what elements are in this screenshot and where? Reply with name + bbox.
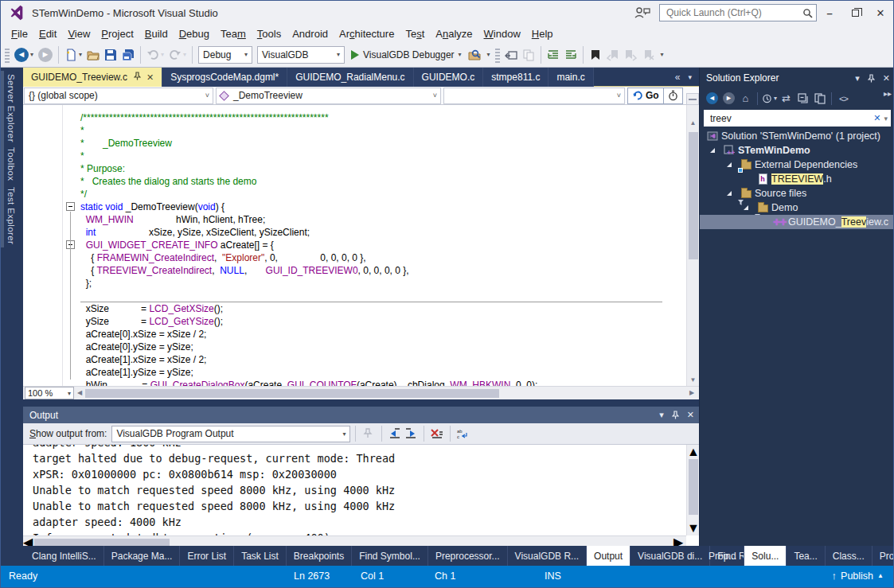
- quick-launch-input[interactable]: [665, 6, 802, 19]
- output-title-bar[interactable]: Output ▾ ✕: [23, 407, 699, 423]
- previous-bookmark-button[interactable]: [604, 45, 622, 64]
- output-vscroll-thumb[interactable]: [689, 459, 698, 515]
- menu-item-help[interactable]: Help: [526, 26, 559, 41]
- editor-vscroll-thumb[interactable]: [689, 132, 698, 259]
- solution-search-box[interactable]: ✕ ▾: [704, 110, 891, 127]
- panel-tab-prop-[interactable]: Prop...: [701, 546, 744, 566]
- next-bookmark-button[interactable]: [622, 45, 639, 64]
- bottom-tab-preprocessor-[interactable]: Preprocessor...: [428, 546, 508, 566]
- sync-with-active-document-button[interactable]: ⇄: [779, 92, 794, 106]
- editor-tab-stmpe811-c[interactable]: stmpe811.c: [483, 68, 549, 87]
- redo-button[interactable]: ▾: [166, 45, 189, 64]
- tab-scroll-left-icon[interactable]: «: [675, 72, 681, 83]
- tree-row[interactable]: Demo: [700, 201, 894, 215]
- solution-platform-combo[interactable]: VisualGDB▾: [257, 46, 345, 64]
- navigate-to-container-button[interactable]: [502, 45, 520, 64]
- tool-tab-test-explorer[interactable]: Test Explorer: [1, 184, 18, 247]
- status-line-number[interactable]: Ln 2673: [294, 570, 330, 582]
- tree-row[interactable]: ✚✚GUIDEMO_Treeview.c: [700, 215, 894, 229]
- restore-button[interactable]: [842, 1, 868, 25]
- editor-tab-guidemo-treeview-c[interactable]: GUIDEMO_Treeview.c✕: [23, 68, 162, 87]
- se-toolbar-overflow[interactable]: ▸▸: [884, 89, 892, 98]
- find-message-button[interactable]: [361, 426, 377, 442]
- menu-item-analyze[interactable]: Analyze: [430, 26, 478, 41]
- editor-tab-guidemo-c[interactable]: GUIDEMO.c: [414, 68, 484, 87]
- solution-explorer-title-bar[interactable]: Solution Explorer ▾ ✕: [700, 68, 894, 88]
- fold-collapse-icon[interactable]: [66, 202, 75, 211]
- symbol-search-input[interactable]: [448, 89, 607, 102]
- tree-row[interactable]: External Dependencies: [700, 158, 894, 172]
- tool-tab-server-explorer[interactable]: Server Explorer: [1, 71, 18, 146]
- bottom-tab-error-list[interactable]: Error List: [180, 546, 234, 566]
- menu-item-view[interactable]: View: [62, 26, 96, 41]
- navigate-forward-button[interactable]: ►: [36, 45, 55, 64]
- new-file-button[interactable]: ▾: [62, 45, 84, 64]
- find-in-files-button[interactable]: [466, 45, 483, 64]
- menu-item-team[interactable]: Team: [215, 26, 252, 41]
- tree-row[interactable]: hTREEVIEW.h: [700, 172, 894, 186]
- open-file-button[interactable]: [84, 45, 102, 64]
- close-icon[interactable]: ✕: [146, 72, 154, 83]
- scroll-right-arrow[interactable]: ▶: [686, 387, 697, 399]
- solution-configuration-combo[interactable]: Debug▾: [198, 46, 252, 64]
- scroll-down-arrow[interactable]: ▼: [687, 521, 700, 535]
- menu-item-tools[interactable]: Tools: [252, 26, 287, 41]
- clear-all-button[interactable]: [429, 426, 445, 442]
- se-forward-button[interactable]: ►: [721, 92, 736, 106]
- pending-changes-filter-button[interactable]: ▾: [762, 92, 777, 106]
- close-button[interactable]: ✕: [868, 1, 893, 25]
- toolbar-grip[interactable]: [5, 47, 10, 63]
- tab-list-dropdown-icon[interactable]: ▾: [688, 73, 692, 81]
- editor-hscroll-thumb[interactable]: [85, 389, 499, 398]
- tool-tab-toolbox[interactable]: Toolbox: [1, 144, 18, 184]
- window-position-icon[interactable]: ▾: [855, 73, 860, 84]
- show-all-files-button[interactable]: [812, 92, 827, 106]
- menu-item-architecture[interactable]: Architecture: [334, 26, 400, 41]
- indent-decrease-button[interactable]: [545, 45, 562, 64]
- editor-zoom-combo[interactable]: 100 %▾: [25, 387, 74, 399]
- minimize-button[interactable]: –: [817, 1, 842, 25]
- toolbar-overflow-button-2[interactable]: ▾: [657, 45, 666, 64]
- clear-search-icon[interactable]: ✕: [873, 113, 880, 123]
- menu-item-project[interactable]: Project: [96, 26, 139, 41]
- menu-item-debug[interactable]: Debug: [174, 26, 215, 41]
- next-message-button[interactable]: [403, 426, 419, 442]
- bottom-tab-task-list[interactable]: Task List: [234, 546, 287, 566]
- pin-icon[interactable]: [672, 411, 679, 419]
- start-debugging-button[interactable]: VisualGDB Debugger ▾: [347, 49, 466, 60]
- tree-expander-icon[interactable]: [727, 162, 732, 167]
- view-code-button[interactable]: <>: [836, 92, 851, 106]
- status-column[interactable]: Col 1: [361, 570, 384, 582]
- toolbar-overflow-button[interactable]: ▾: [483, 45, 493, 64]
- scroll-up-arrow[interactable]: ▲: [687, 118, 699, 129]
- editor-splitter-grip[interactable]: [686, 93, 699, 105]
- member-combo[interactable]: _DemoTreeview˅: [216, 88, 441, 104]
- output-vertical-scrollbar[interactable]: ▲ ▼: [686, 445, 699, 535]
- symbol-search-combo[interactable]: ˅: [443, 88, 625, 104]
- word-wrap-button[interactable]: abc: [455, 426, 471, 442]
- output-source-combo[interactable]: VisualGDB Program Output▾: [111, 426, 350, 442]
- output-text-area[interactable]: adapter speed: 1800 kHztarget halted due…: [23, 445, 686, 535]
- panel-splitter[interactable]: [23, 399, 699, 407]
- indent-increase-button[interactable]: [562, 45, 580, 64]
- tree-row[interactable]: Solution 'STemWinDemo' (1 project): [700, 129, 894, 143]
- bottom-tab-breakpoints[interactable]: Breakpoints: [287, 546, 352, 566]
- previous-message-button[interactable]: [387, 426, 403, 442]
- copy-reference-button[interactable]: [520, 45, 537, 64]
- undo-button[interactable]: ▾: [144, 45, 166, 64]
- editor-tab-sysprogscodemap-dgml-[interactable]: SysprogsCodeMap.dgml*: [162, 68, 287, 87]
- scroll-left-arrow[interactable]: ◀: [74, 387, 85, 399]
- tree-row[interactable]: Source files: [700, 186, 894, 201]
- status-character[interactable]: Ch 1: [435, 570, 455, 582]
- panel-tab-class-[interactable]: Class...: [826, 546, 873, 566]
- menu-item-window[interactable]: Window: [478, 26, 526, 41]
- window-position-icon[interactable]: ▾: [659, 410, 664, 420]
- scope-combo[interactable]: {} (global scope)˅: [24, 88, 213, 104]
- bottom-tab-visualgdb-di-[interactable]: VisualGDB di...: [630, 546, 710, 566]
- se-back-button[interactable]: ◄: [705, 92, 720, 106]
- bottom-tab-find-symbol-[interactable]: Find Symbol...: [352, 546, 428, 566]
- quick-launch-box[interactable]: [659, 4, 817, 21]
- collapse-all-button[interactable]: [795, 92, 810, 106]
- save-all-button[interactable]: [119, 45, 137, 64]
- clear-bookmarks-button[interactable]: [639, 45, 657, 64]
